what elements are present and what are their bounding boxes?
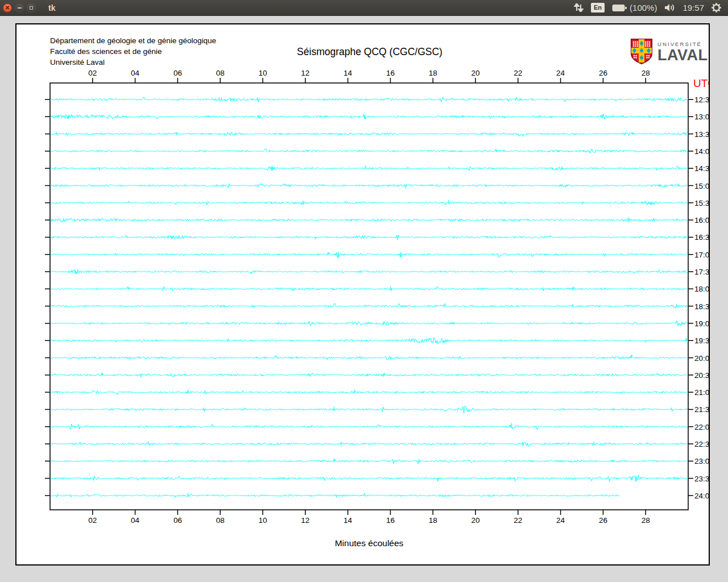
x-tick-label-top: 02 xyxy=(88,69,97,77)
seismo-trace xyxy=(51,321,688,326)
seismo-trace xyxy=(51,114,688,119)
x-tick-label-bottom: 04 xyxy=(131,516,140,525)
x-tick-label-bottom: 06 xyxy=(173,516,182,525)
volume-indicator[interactable] xyxy=(664,3,675,12)
utc-time-label: 17:30 xyxy=(694,268,709,276)
utc-time-label: 21:30 xyxy=(694,405,709,414)
x-tick-label-bottom: 20 xyxy=(471,516,479,525)
x-axis-title: Minutes écoulées xyxy=(335,538,404,548)
x-tick-label-top: 24 xyxy=(556,69,565,77)
maximize-icon xyxy=(30,6,33,10)
seismo-trace xyxy=(51,390,688,394)
seismo-trace xyxy=(51,423,688,430)
utc-time-label: 18:00 xyxy=(694,285,709,293)
x-tick-label-bottom: 16 xyxy=(386,516,395,525)
seismo-trace xyxy=(51,200,688,205)
x-tick-label-top: 22 xyxy=(514,69,522,77)
x-tick-label-top: 16 xyxy=(386,69,395,77)
seismo-trace xyxy=(51,304,688,308)
minimize-button[interactable] xyxy=(15,3,24,13)
utc-time-label: 23:30 xyxy=(694,475,709,483)
seismo-trace xyxy=(51,475,688,481)
utc-axis-label: UTC xyxy=(693,77,709,89)
seismograph-canvas: Département de géologie et de génie géol… xyxy=(15,23,710,566)
battery-indicator[interactable]: (100%) xyxy=(612,3,657,13)
seismo-trace xyxy=(51,493,620,497)
x-tick-label-bottom: 14 xyxy=(344,516,353,525)
x-tick-label-top: 10 xyxy=(258,69,267,77)
battery-percent: (100%) xyxy=(630,3,657,13)
session-gear-icon[interactable] xyxy=(712,3,721,13)
x-tick-label-bottom: 08 xyxy=(216,516,225,525)
x-tick-label-bottom: 12 xyxy=(301,516,309,525)
keyboard-layout-indicator[interactable]: En xyxy=(591,3,605,12)
maximize-button[interactable] xyxy=(27,3,36,13)
x-tick-label-bottom: 26 xyxy=(599,516,607,525)
x-tick-label-top: 04 xyxy=(131,69,140,77)
close-button[interactable]: ✕ xyxy=(3,3,12,13)
utc-time-label: 17:00 xyxy=(694,251,709,259)
utc-time-label: 21:00 xyxy=(694,388,709,397)
x-tick-label-top: 20 xyxy=(471,69,479,77)
utc-time-label: 13:00 xyxy=(694,113,709,121)
seismo-trace xyxy=(51,355,688,360)
utc-time-label: 20:30 xyxy=(694,371,709,380)
x-tick-label-top: 28 xyxy=(642,69,650,77)
utc-time-label: 22:00 xyxy=(694,423,709,431)
tk-window: Département de géologie et de génie géol… xyxy=(0,16,728,582)
seismogram-plot: 0202040406060808101012121414161618182020… xyxy=(16,24,709,564)
x-tick-label-bottom: 10 xyxy=(258,516,267,525)
seismo-trace xyxy=(51,184,688,188)
utc-time-label: 15:00 xyxy=(694,182,709,190)
utc-time-label: 19:30 xyxy=(694,336,709,345)
utc-time-label: 24:00 xyxy=(694,492,709,500)
window-title: tk xyxy=(48,3,55,13)
seismo-trace xyxy=(51,149,688,153)
minimize-icon xyxy=(18,7,22,9)
x-tick-label-bottom: 24 xyxy=(556,516,565,525)
utc-time-label: 22:30 xyxy=(694,440,709,448)
seismo-trace xyxy=(51,218,688,222)
utc-time-label: 16:30 xyxy=(694,233,709,242)
seismo-trace xyxy=(51,338,688,344)
battery-icon xyxy=(612,4,627,12)
seismo-trace xyxy=(51,235,688,240)
x-tick-label-top: 18 xyxy=(429,69,437,77)
keyboard-arrows-icon[interactable] xyxy=(574,3,584,12)
x-tick-label-bottom: 18 xyxy=(429,516,437,525)
x-tick-label-bottom: 22 xyxy=(514,516,522,525)
seismo-trace xyxy=(51,166,688,171)
utc-time-label: 19:00 xyxy=(694,319,709,328)
seismo-trace xyxy=(51,442,688,446)
speaker-icon xyxy=(664,3,675,12)
utc-time-label: 14:30 xyxy=(694,164,709,173)
utc-time-label: 18:30 xyxy=(694,302,709,311)
seismo-trace xyxy=(51,406,688,413)
x-tick-label-top: 26 xyxy=(599,69,607,77)
top-panel: ✕ tk En (100%) xyxy=(0,0,728,16)
x-tick-label-bottom: 28 xyxy=(642,516,650,525)
seismo-trace xyxy=(51,252,688,258)
plot-border xyxy=(50,83,688,510)
seismo-trace xyxy=(51,270,688,275)
utc-time-label: 14:00 xyxy=(694,147,709,156)
utc-time-label: 13:30 xyxy=(694,130,709,139)
seismo-trace xyxy=(51,97,688,102)
clock[interactable]: 19:57 xyxy=(682,3,704,13)
seismo-trace xyxy=(51,373,688,377)
panel-indicators: En (100%) 19:57 xyxy=(574,3,728,13)
utc-time-label: 20:00 xyxy=(694,354,709,363)
utc-time-label: 23:00 xyxy=(694,457,709,465)
seismo-trace xyxy=(51,459,688,464)
seismo-trace xyxy=(51,132,688,136)
x-tick-label-top: 12 xyxy=(301,69,309,77)
x-tick-label-bottom: 02 xyxy=(88,516,97,525)
x-tick-label-top: 08 xyxy=(216,69,225,77)
seismo-trace xyxy=(51,286,688,291)
x-tick-label-top: 06 xyxy=(173,69,182,77)
utc-time-label: 15:30 xyxy=(694,199,709,207)
window-controls: ✕ xyxy=(0,3,36,13)
utc-time-label: 12:30 xyxy=(694,95,709,104)
utc-time-label: 16:00 xyxy=(694,216,709,225)
x-tick-label-top: 14 xyxy=(344,69,353,77)
